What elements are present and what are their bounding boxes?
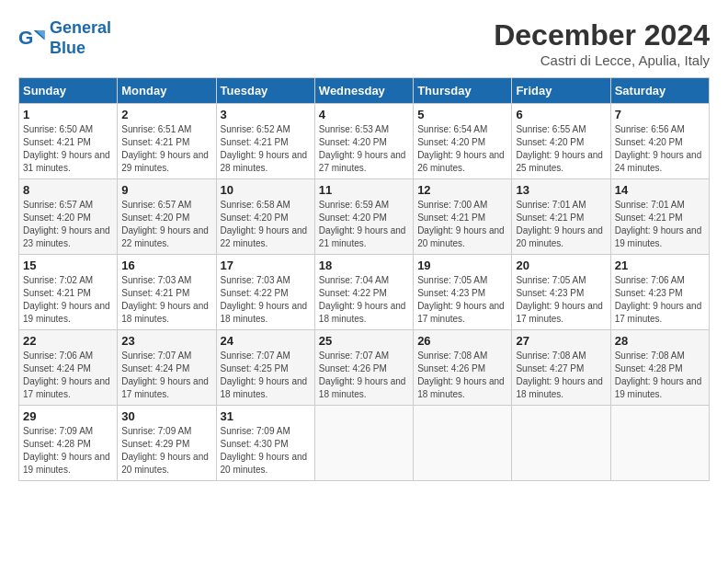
day-number: 15	[23, 259, 113, 272]
day-number: 31	[221, 409, 311, 423]
calendar-cell: 26Sunrise: 7:08 AM Sunset: 4:26 PM Dayli…	[414, 330, 512, 406]
day-info: Sunrise: 7:07 AM Sunset: 4:26 PM Dayligh…	[319, 350, 409, 401]
day-number: 3	[221, 108, 311, 121]
calendar-cell: 17Sunrise: 7:03 AM Sunset: 4:22 PM Dayli…	[216, 255, 314, 330]
calendar-cell: 5Sunrise: 6:54 AM Sunset: 4:20 PM Daylig…	[414, 104, 512, 179]
calendar-cell: 14Sunrise: 7:01 AM Sunset: 4:21 PM Dayli…	[610, 179, 709, 255]
calendar-cell: 6Sunrise: 6:55 AM Sunset: 4:20 PM Daylig…	[512, 104, 610, 179]
day-number: 24	[221, 334, 311, 348]
day-info: Sunrise: 7:09 AM Sunset: 4:30 PM Dayligh…	[221, 425, 311, 477]
day-info: Sunrise: 7:07 AM Sunset: 4:24 PM Dayligh…	[121, 350, 211, 401]
calendar-week-4: 22Sunrise: 7:06 AM Sunset: 4:24 PM Dayli…	[19, 330, 710, 406]
calendar-week-5: 29Sunrise: 7:09 AM Sunset: 4:28 PM Dayli…	[19, 406, 710, 481]
day-number: 11	[319, 183, 409, 197]
location: Castri di Lecce, Apulia, Italy	[494, 52, 710, 68]
calendar-cell: 1Sunrise: 6:50 AM Sunset: 4:21 PM Daylig…	[19, 104, 118, 179]
day-number: 5	[417, 108, 507, 121]
logo: G General Blue	[18, 18, 111, 58]
calendar-cell	[610, 406, 709, 481]
day-info: Sunrise: 6:58 AM Sunset: 4:20 PM Dayligh…	[221, 199, 311, 250]
day-info: Sunrise: 6:56 AM Sunset: 4:20 PM Dayligh…	[615, 123, 705, 175]
day-info: Sunrise: 6:54 AM Sunset: 4:20 PM Dayligh…	[417, 123, 507, 175]
day-number: 19	[417, 259, 507, 272]
calendar-cell	[314, 406, 413, 481]
calendar-cell: 7Sunrise: 6:56 AM Sunset: 4:20 PM Daylig…	[610, 104, 709, 179]
day-info: Sunrise: 7:04 AM Sunset: 4:22 PM Dayligh…	[319, 274, 409, 326]
calendar-cell: 12Sunrise: 7:00 AM Sunset: 4:21 PM Dayli…	[414, 179, 512, 255]
page-header: G General Blue December 2024 Castri di L…	[18, 18, 710, 68]
day-number: 27	[516, 334, 606, 348]
day-info: Sunrise: 7:03 AM Sunset: 4:21 PM Dayligh…	[121, 274, 211, 326]
calendar-week-3: 15Sunrise: 7:02 AM Sunset: 4:21 PM Dayli…	[19, 255, 710, 330]
day-number: 12	[417, 183, 507, 197]
calendar-cell: 18Sunrise: 7:04 AM Sunset: 4:22 PM Dayli…	[314, 255, 413, 330]
day-info: Sunrise: 6:52 AM Sunset: 4:21 PM Dayligh…	[221, 123, 311, 175]
day-info: Sunrise: 6:53 AM Sunset: 4:20 PM Dayligh…	[319, 123, 409, 175]
weekday-header-row: SundayMondayTuesdayWednesdayThursdayFrid…	[19, 78, 710, 104]
weekday-monday: Monday	[118, 78, 216, 104]
logo-icon: G	[18, 25, 46, 52]
day-info: Sunrise: 6:50 AM Sunset: 4:21 PM Dayligh…	[23, 123, 113, 175]
day-info: Sunrise: 7:07 AM Sunset: 4:25 PM Dayligh…	[221, 350, 311, 401]
day-number: 8	[23, 183, 113, 197]
calendar-cell	[414, 406, 512, 481]
day-info: Sunrise: 7:09 AM Sunset: 4:29 PM Dayligh…	[121, 425, 211, 477]
calendar-cell: 8Sunrise: 6:57 AM Sunset: 4:20 PM Daylig…	[19, 179, 118, 255]
day-info: Sunrise: 7:05 AM Sunset: 4:23 PM Dayligh…	[417, 274, 507, 326]
calendar-table: SundayMondayTuesdayWednesdayThursdayFrid…	[18, 77, 710, 481]
day-number: 29	[23, 409, 113, 423]
day-number: 16	[121, 259, 211, 272]
day-number: 20	[516, 259, 606, 272]
day-number: 14	[615, 183, 705, 197]
day-number: 9	[121, 183, 211, 197]
day-number: 25	[319, 334, 409, 348]
weekday-thursday: Thursday	[414, 78, 512, 104]
calendar-cell: 15Sunrise: 7:02 AM Sunset: 4:21 PM Dayli…	[19, 255, 118, 330]
calendar-cell: 19Sunrise: 7:05 AM Sunset: 4:23 PM Dayli…	[414, 255, 512, 330]
calendar-body: 1Sunrise: 6:50 AM Sunset: 4:21 PM Daylig…	[19, 104, 710, 481]
calendar-cell: 20Sunrise: 7:05 AM Sunset: 4:23 PM Dayli…	[512, 255, 610, 330]
calendar-cell: 29Sunrise: 7:09 AM Sunset: 4:28 PM Dayli…	[19, 406, 118, 481]
day-info: Sunrise: 6:55 AM Sunset: 4:20 PM Dayligh…	[516, 123, 606, 175]
day-number: 22	[23, 334, 113, 348]
calendar-cell	[512, 406, 610, 481]
day-info: Sunrise: 7:01 AM Sunset: 4:21 PM Dayligh…	[615, 199, 705, 250]
calendar-cell: 3Sunrise: 6:52 AM Sunset: 4:21 PM Daylig…	[216, 104, 314, 179]
day-number: 2	[121, 108, 211, 121]
calendar-cell: 23Sunrise: 7:07 AM Sunset: 4:24 PM Dayli…	[118, 330, 216, 406]
day-number: 28	[615, 334, 705, 348]
day-info: Sunrise: 6:59 AM Sunset: 4:20 PM Dayligh…	[319, 199, 409, 250]
calendar-cell: 21Sunrise: 7:06 AM Sunset: 4:23 PM Dayli…	[610, 255, 709, 330]
day-info: Sunrise: 7:00 AM Sunset: 4:21 PM Dayligh…	[417, 199, 507, 250]
day-number: 23	[121, 334, 211, 348]
title-area: December 2024 Castri di Lecce, Apulia, I…	[494, 18, 710, 68]
day-number: 21	[615, 259, 705, 272]
weekday-friday: Friday	[512, 78, 610, 104]
day-info: Sunrise: 6:57 AM Sunset: 4:20 PM Dayligh…	[23, 199, 113, 250]
calendar-cell: 27Sunrise: 7:08 AM Sunset: 4:27 PM Dayli…	[512, 330, 610, 406]
day-info: Sunrise: 7:08 AM Sunset: 4:27 PM Dayligh…	[516, 350, 606, 401]
calendar-cell: 13Sunrise: 7:01 AM Sunset: 4:21 PM Dayli…	[512, 179, 610, 255]
calendar-cell: 25Sunrise: 7:07 AM Sunset: 4:26 PM Dayli…	[314, 330, 413, 406]
day-number: 26	[417, 334, 507, 348]
day-info: Sunrise: 7:09 AM Sunset: 4:28 PM Dayligh…	[23, 425, 113, 477]
calendar-cell: 11Sunrise: 6:59 AM Sunset: 4:20 PM Dayli…	[314, 179, 413, 255]
day-info: Sunrise: 7:08 AM Sunset: 4:26 PM Dayligh…	[417, 350, 507, 401]
calendar-cell: 2Sunrise: 6:51 AM Sunset: 4:21 PM Daylig…	[118, 104, 216, 179]
weekday-sunday: Sunday	[19, 78, 118, 104]
day-info: Sunrise: 7:02 AM Sunset: 4:21 PM Dayligh…	[23, 274, 113, 326]
day-number: 13	[516, 183, 606, 197]
calendar-cell: 31Sunrise: 7:09 AM Sunset: 4:30 PM Dayli…	[216, 406, 314, 481]
day-number: 10	[221, 183, 311, 197]
day-info: Sunrise: 6:51 AM Sunset: 4:21 PM Dayligh…	[121, 123, 211, 175]
weekday-saturday: Saturday	[610, 78, 709, 104]
calendar-cell: 22Sunrise: 7:06 AM Sunset: 4:24 PM Dayli…	[19, 330, 118, 406]
day-info: Sunrise: 7:01 AM Sunset: 4:21 PM Dayligh…	[516, 199, 606, 250]
day-info: Sunrise: 7:06 AM Sunset: 4:24 PM Dayligh…	[23, 350, 113, 401]
calendar-week-1: 1Sunrise: 6:50 AM Sunset: 4:21 PM Daylig…	[19, 104, 710, 179]
calendar-cell: 16Sunrise: 7:03 AM Sunset: 4:21 PM Dayli…	[118, 255, 216, 330]
day-info: Sunrise: 7:08 AM Sunset: 4:28 PM Dayligh…	[615, 350, 705, 401]
calendar-cell: 30Sunrise: 7:09 AM Sunset: 4:29 PM Dayli…	[118, 406, 216, 481]
calendar-cell: 24Sunrise: 7:07 AM Sunset: 4:25 PM Dayli…	[216, 330, 314, 406]
weekday-tuesday: Tuesday	[216, 78, 314, 104]
